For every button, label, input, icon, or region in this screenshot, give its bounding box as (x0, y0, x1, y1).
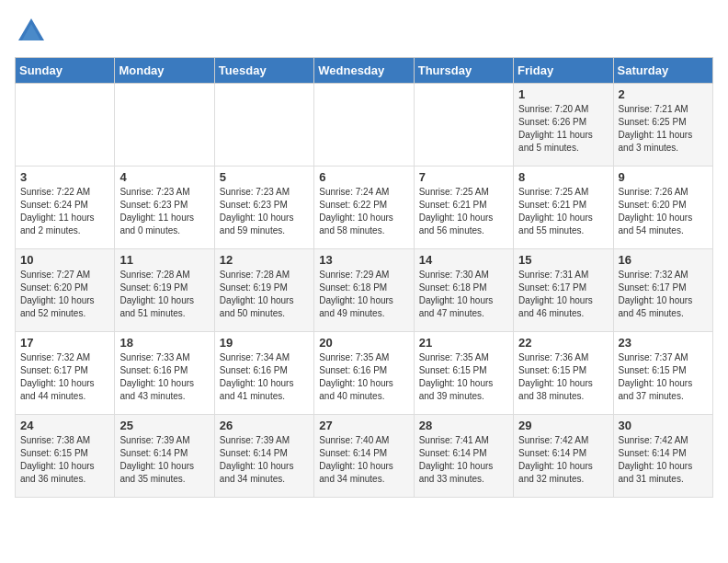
calendar-cell: 7Sunrise: 7:25 AM Sunset: 6:21 PM Daylig… (414, 167, 513, 249)
calendar-cell: 3Sunrise: 7:22 AM Sunset: 6:24 PM Daylig… (16, 167, 115, 249)
day-info: Sunrise: 7:39 AM Sunset: 6:14 PM Dayligh… (119, 434, 209, 486)
calendar-week-0: 1Sunrise: 7:20 AM Sunset: 6:26 PM Daylig… (16, 84, 713, 167)
day-info: Sunrise: 7:36 AM Sunset: 6:15 PM Dayligh… (518, 351, 608, 403)
day-info: Sunrise: 7:35 AM Sunset: 6:16 PM Dayligh… (319, 351, 408, 403)
calendar-cell: 26Sunrise: 7:39 AM Sunset: 6:14 PM Dayli… (214, 415, 313, 498)
day-info: Sunrise: 7:30 AM Sunset: 6:18 PM Dayligh… (419, 269, 508, 320)
day-info: Sunrise: 7:32 AM Sunset: 6:17 PM Dayligh… (20, 351, 109, 403)
header-wednesday: Wednesday (314, 58, 414, 84)
calendar-week-2: 10Sunrise: 7:27 AM Sunset: 6:20 PM Dayli… (16, 249, 713, 332)
day-number: 12 (220, 253, 309, 267)
calendar-cell: 22Sunrise: 7:36 AM Sunset: 6:15 PM Dayli… (514, 332, 613, 415)
header-sunday: Sunday (16, 58, 115, 84)
day-number: 3 (20, 170, 109, 184)
calendar-cell: 20Sunrise: 7:35 AM Sunset: 6:16 PM Dayli… (314, 332, 414, 415)
day-number: 6 (319, 170, 408, 184)
day-number: 22 (518, 336, 608, 350)
calendar-cell: 2Sunrise: 7:21 AM Sunset: 6:25 PM Daylig… (613, 84, 712, 167)
calendar-cell: 11Sunrise: 7:28 AM Sunset: 6:19 PM Dayli… (115, 249, 214, 332)
day-number: 8 (518, 170, 608, 184)
calendar-cell: 16Sunrise: 7:32 AM Sunset: 6:17 PM Dayli… (613, 249, 712, 332)
logo (15, 15, 51, 48)
day-number: 20 (319, 336, 408, 350)
day-info: Sunrise: 7:35 AM Sunset: 6:15 PM Dayligh… (419, 351, 508, 403)
day-info: Sunrise: 7:20 AM Sunset: 6:26 PM Dayligh… (518, 103, 608, 155)
calendar-cell: 28Sunrise: 7:41 AM Sunset: 6:14 PM Dayli… (414, 415, 513, 498)
day-info: Sunrise: 7:38 AM Sunset: 6:15 PM Dayligh… (20, 434, 109, 486)
page-header (15, 15, 713, 48)
header-saturday: Saturday (613, 58, 712, 84)
calendar-cell (214, 84, 313, 167)
day-info: Sunrise: 7:25 AM Sunset: 6:21 PM Dayligh… (518, 186, 608, 237)
day-number: 14 (419, 253, 508, 267)
calendar-week-3: 17Sunrise: 7:32 AM Sunset: 6:17 PM Dayli… (16, 332, 713, 415)
calendar-cell: 25Sunrise: 7:39 AM Sunset: 6:14 PM Dayli… (115, 415, 214, 498)
calendar-table: SundayMondayTuesdayWednesdayThursdayFrid… (15, 57, 713, 498)
day-info: Sunrise: 7:28 AM Sunset: 6:19 PM Dayligh… (119, 269, 209, 320)
day-number: 18 (119, 336, 209, 350)
calendar-cell: 6Sunrise: 7:24 AM Sunset: 6:22 PM Daylig… (314, 167, 414, 249)
day-info: Sunrise: 7:37 AM Sunset: 6:15 PM Dayligh… (619, 351, 708, 403)
calendar-cell: 17Sunrise: 7:32 AM Sunset: 6:17 PM Dayli… (16, 332, 115, 415)
calendar-cell: 13Sunrise: 7:29 AM Sunset: 6:18 PM Dayli… (314, 249, 414, 332)
header-tuesday: Tuesday (214, 58, 313, 84)
day-info: Sunrise: 7:42 AM Sunset: 6:14 PM Dayligh… (518, 434, 608, 486)
calendar-cell: 21Sunrise: 7:35 AM Sunset: 6:15 PM Dayli… (414, 332, 513, 415)
day-number: 11 (119, 253, 209, 267)
header-thursday: Thursday (414, 58, 513, 84)
calendar-cell: 30Sunrise: 7:42 AM Sunset: 6:14 PM Dayli… (613, 415, 712, 498)
calendar-header-row: SundayMondayTuesdayWednesdayThursdayFrid… (16, 58, 713, 84)
day-number: 25 (119, 419, 209, 432)
day-info: Sunrise: 7:29 AM Sunset: 6:18 PM Dayligh… (319, 269, 408, 320)
calendar-cell: 27Sunrise: 7:40 AM Sunset: 6:14 PM Dayli… (314, 415, 414, 498)
day-number: 21 (419, 336, 508, 350)
day-number: 13 (319, 253, 408, 267)
day-number: 5 (220, 170, 309, 184)
day-info: Sunrise: 7:32 AM Sunset: 6:17 PM Dayligh… (619, 269, 708, 320)
day-info: Sunrise: 7:21 AM Sunset: 6:25 PM Dayligh… (619, 103, 708, 155)
day-number: 4 (119, 170, 209, 184)
calendar-cell: 8Sunrise: 7:25 AM Sunset: 6:21 PM Daylig… (514, 167, 613, 249)
day-number: 30 (619, 419, 708, 432)
day-info: Sunrise: 7:23 AM Sunset: 6:23 PM Dayligh… (220, 186, 309, 237)
day-number: 28 (419, 419, 508, 432)
day-number: 7 (419, 170, 508, 184)
day-number: 1 (518, 87, 608, 101)
day-info: Sunrise: 7:40 AM Sunset: 6:14 PM Dayligh… (319, 434, 408, 486)
logo-icon (15, 15, 48, 48)
day-number: 19 (220, 336, 309, 350)
calendar-cell: 10Sunrise: 7:27 AM Sunset: 6:20 PM Dayli… (16, 249, 115, 332)
day-info: Sunrise: 7:34 AM Sunset: 6:16 PM Dayligh… (220, 351, 309, 403)
day-number: 17 (20, 336, 109, 350)
day-number: 9 (619, 170, 708, 184)
day-number: 23 (619, 336, 708, 350)
day-info: Sunrise: 7:31 AM Sunset: 6:17 PM Dayligh… (518, 269, 608, 320)
day-info: Sunrise: 7:24 AM Sunset: 6:22 PM Dayligh… (319, 186, 408, 237)
day-info: Sunrise: 7:28 AM Sunset: 6:19 PM Dayligh… (220, 269, 309, 320)
header-monday: Monday (115, 58, 214, 84)
calendar-cell: 5Sunrise: 7:23 AM Sunset: 6:23 PM Daylig… (214, 167, 313, 249)
day-number: 24 (20, 419, 109, 432)
day-number: 2 (619, 87, 708, 101)
calendar-cell (414, 84, 513, 167)
day-number: 29 (518, 419, 608, 432)
calendar-cell: 14Sunrise: 7:30 AM Sunset: 6:18 PM Dayli… (414, 249, 513, 332)
calendar-cell (314, 84, 414, 167)
day-number: 26 (220, 419, 309, 432)
day-info: Sunrise: 7:25 AM Sunset: 6:21 PM Dayligh… (419, 186, 508, 237)
calendar-cell (115, 84, 214, 167)
calendar-cell: 9Sunrise: 7:26 AM Sunset: 6:20 PM Daylig… (613, 167, 712, 249)
day-number: 15 (518, 253, 608, 267)
calendar-cell: 18Sunrise: 7:33 AM Sunset: 6:16 PM Dayli… (115, 332, 214, 415)
calendar-cell: 24Sunrise: 7:38 AM Sunset: 6:15 PM Dayli… (16, 415, 115, 498)
calendar-cell: 4Sunrise: 7:23 AM Sunset: 6:23 PM Daylig… (115, 167, 214, 249)
day-info: Sunrise: 7:22 AM Sunset: 6:24 PM Dayligh… (20, 186, 109, 237)
calendar-cell (16, 84, 115, 167)
day-info: Sunrise: 7:42 AM Sunset: 6:14 PM Dayligh… (619, 434, 708, 486)
calendar-week-1: 3Sunrise: 7:22 AM Sunset: 6:24 PM Daylig… (16, 167, 713, 249)
day-info: Sunrise: 7:27 AM Sunset: 6:20 PM Dayligh… (20, 269, 109, 320)
calendar-cell: 29Sunrise: 7:42 AM Sunset: 6:14 PM Dayli… (514, 415, 613, 498)
day-number: 27 (319, 419, 408, 432)
header-friday: Friday (514, 58, 613, 84)
day-info: Sunrise: 7:33 AM Sunset: 6:16 PM Dayligh… (119, 351, 209, 403)
